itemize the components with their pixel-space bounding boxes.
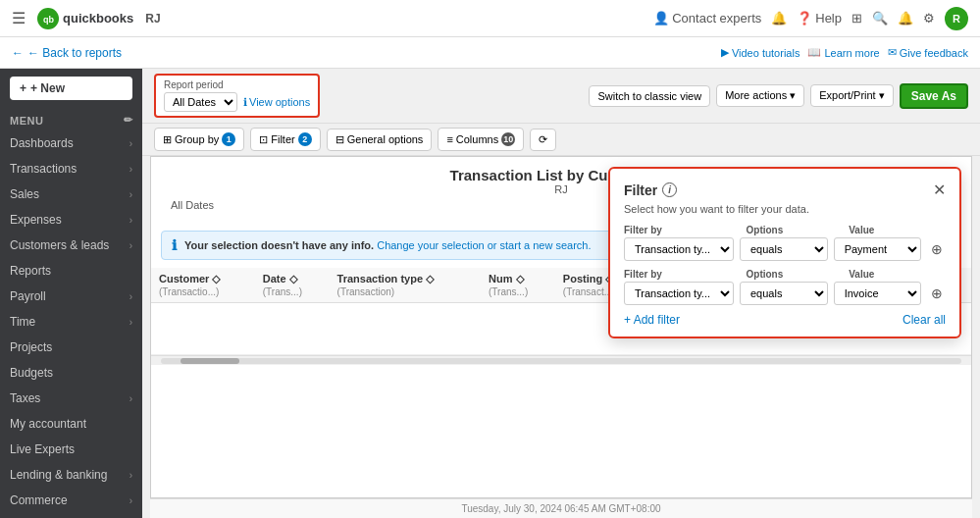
contact-experts-button[interactable]: 👤 Contact experts bbox=[653, 11, 761, 26]
toolbar-row1: Report period All Dates ℹ View options S… bbox=[142, 69, 980, 124]
chevron-right-icon: › bbox=[129, 240, 132, 251]
sidebar-item-lending-banking[interactable]: Lending & banking› bbox=[0, 462, 142, 488]
export-print-button[interactable]: Export/Print ▾ bbox=[810, 84, 894, 107]
chevron-right-icon: › bbox=[129, 393, 132, 404]
alerts-button[interactable]: 🔔 bbox=[898, 11, 913, 26]
filter-row-1: Transaction ty... equals Payment ⊕ bbox=[624, 237, 946, 261]
sidebar-item-taxes[interactable]: Taxes› bbox=[0, 386, 142, 411]
help-button[interactable]: ❓ Help bbox=[797, 11, 842, 26]
chevron-right-icon: › bbox=[129, 470, 132, 481]
change-link[interactable]: Change your selection or start a new sea… bbox=[377, 239, 591, 251]
sidebar-item-apps[interactable]: Apps› bbox=[0, 513, 142, 518]
search-button[interactable]: 🔍 bbox=[872, 11, 888, 26]
sidebar-item-time[interactable]: Time› bbox=[0, 309, 142, 335]
sidebar-item-dashboards[interactable]: Dashboards› bbox=[0, 130, 142, 156]
sidebar-item-sales[interactable]: Sales› bbox=[0, 181, 142, 207]
learn-more-link[interactable]: 📖 Learn more bbox=[807, 46, 879, 59]
filter-button[interactable]: ⊡ Filter 2 bbox=[250, 128, 320, 151]
filter-labels-row1: Filter by Options Value bbox=[624, 225, 946, 235]
filter-options-select-1[interactable]: equals bbox=[740, 237, 828, 261]
sidebar-item-projects[interactable]: Projects bbox=[0, 335, 142, 360]
sidebar-item-payroll[interactable]: Payroll› bbox=[0, 284, 142, 309]
chevron-right-icon: › bbox=[129, 215, 132, 226]
info-banner-icon: ℹ bbox=[172, 237, 177, 253]
general-options-button[interactable]: ⊟ General options bbox=[327, 129, 433, 151]
avatar[interactable]: R bbox=[945, 7, 968, 30]
toolbar-right: Switch to classic view More actions ▾ Ex… bbox=[589, 83, 968, 109]
filter-value-label-2: Value bbox=[849, 269, 946, 280]
chevron-right-icon: › bbox=[129, 164, 132, 175]
sidebar-item-commerce[interactable]: Commerce› bbox=[0, 488, 142, 513]
chevron-right-icon: › bbox=[129, 291, 132, 302]
give-feedback-link[interactable]: ✉ Give feedback bbox=[888, 46, 968, 59]
filter-by-label-1: Filter by bbox=[624, 225, 741, 235]
logo: qb quickbooks bbox=[37, 8, 133, 29]
new-button[interactable]: + + New bbox=[10, 77, 132, 100]
top-nav-right: 👤 Contact experts 🔔 ❓ Help ⊞ 🔍 🔔 ⚙ R bbox=[653, 7, 968, 30]
sidebar-menu-header: MENU ✏ bbox=[0, 108, 142, 130]
back-arrow-icon: ← bbox=[12, 46, 24, 60]
col-customer: Customer ◇(Transactio...) bbox=[151, 268, 255, 303]
horizontal-scrollbar[interactable] bbox=[151, 355, 971, 365]
filter-value-select-2[interactable]: Invoice bbox=[834, 282, 922, 305]
filter-labels-row2: Filter by Options Value bbox=[624, 269, 946, 280]
refresh-circle-icon: ⟳ bbox=[539, 133, 547, 146]
toolbar-left: Report period All Dates ℹ View options bbox=[154, 74, 320, 118]
add-filter-button[interactable]: + Add filter bbox=[624, 313, 680, 327]
inner-report: Transaction List by Customer ✏ RJ All Da… bbox=[150, 156, 972, 498]
settings-button[interactable]: ⚙ bbox=[923, 11, 935, 26]
filter-by-label-2: Filter by bbox=[624, 269, 741, 280]
feedback-icon: ✉ bbox=[888, 46, 897, 59]
clear-all-button[interactable]: Clear all bbox=[903, 313, 946, 327]
filter-delete-button-1[interactable]: ⊕ bbox=[927, 241, 946, 257]
columns-button[interactable]: ≡ Columns 10 bbox=[438, 128, 524, 151]
svg-text:qb: qb bbox=[43, 15, 54, 25]
apps-grid-button[interactable]: ⊞ bbox=[851, 11, 862, 26]
group-by-icon: ⊞ bbox=[163, 133, 172, 146]
content-area: Report period All Dates ℹ View options S… bbox=[142, 69, 980, 518]
sidebar: + + New MENU ✏ Dashboards› Transactions›… bbox=[0, 69, 142, 518]
filter-delete-button-2[interactable]: ⊕ bbox=[927, 285, 946, 301]
sidebar-item-customers-leads[interactable]: Customers & leads› bbox=[0, 233, 142, 258]
save-as-button[interactable]: Save As bbox=[900, 83, 968, 109]
filter-by-select-1[interactable]: Transaction ty... bbox=[624, 237, 734, 261]
sidebar-item-reports[interactable]: Reports bbox=[0, 258, 142, 284]
group-by-badge: 1 bbox=[222, 132, 235, 146]
sidebar-item-live-experts[interactable]: Live Experts bbox=[0, 437, 142, 462]
filter-by-select-2[interactable]: Transaction ty... bbox=[624, 282, 734, 305]
general-options-icon: ⊟ bbox=[335, 133, 344, 146]
scroll-track bbox=[161, 358, 961, 364]
switch-classic-view-button[interactable]: Switch to classic view bbox=[589, 85, 710, 107]
columns-badge: 10 bbox=[501, 132, 515, 146]
filter-subtitle: Select how you want to filter your data. bbox=[624, 203, 946, 215]
view-options-button[interactable]: ℹ View options bbox=[243, 96, 310, 109]
group-by-button[interactable]: ⊞ Group by 1 bbox=[154, 128, 244, 151]
filter-close-button[interactable]: ✕ bbox=[933, 181, 946, 199]
sidebar-item-my-accountant[interactable]: My accountant bbox=[0, 411, 142, 437]
book-icon: 📖 bbox=[807, 46, 821, 59]
sidebar-item-transactions[interactable]: Transactions› bbox=[0, 156, 142, 181]
top-nav-left: ☰ qb quickbooks RJ bbox=[12, 8, 161, 29]
filter-options-select-2[interactable]: equals bbox=[740, 282, 828, 305]
filter-value-select-1[interactable]: Payment bbox=[834, 237, 922, 261]
help-icon: ❓ bbox=[797, 11, 812, 26]
more-actions-button[interactable]: More actions ▾ bbox=[716, 84, 804, 107]
sidebar-item-budgets[interactable]: Budgets bbox=[0, 360, 142, 386]
hamburger-icon[interactable]: ☰ bbox=[12, 9, 26, 27]
col-date: Date ◇(Trans...) bbox=[255, 268, 330, 303]
back-link[interactable]: ← ← Back to reports bbox=[12, 46, 122, 60]
refresh-icon-button[interactable]: ⟳ bbox=[530, 129, 556, 151]
video-tutorials-link[interactable]: ▶ Video tutorials bbox=[721, 46, 800, 59]
scroll-thumb[interactable] bbox=[181, 358, 239, 364]
notifications-button[interactable]: 🔔 bbox=[771, 11, 787, 26]
filter-title: Filter i bbox=[624, 182, 677, 198]
columns-icon: ≡ bbox=[446, 133, 452, 145]
sidebar-item-expenses[interactable]: Expenses› bbox=[0, 207, 142, 233]
report-footer: Tuesday, July 30, 2024 06:45 AM GMT+08:0… bbox=[150, 498, 972, 518]
report-container: Transaction List by Customer ✏ RJ All Da… bbox=[142, 156, 980, 518]
plus-icon: + bbox=[20, 81, 26, 95]
sub-navigation: ← ← Back to reports ▶ Video tutorials 📖 … bbox=[0, 37, 980, 69]
edit-icon[interactable]: ✏ bbox=[124, 114, 133, 127]
period-select[interactable]: All Dates bbox=[164, 92, 237, 112]
chevron-right-icon: › bbox=[129, 317, 132, 328]
